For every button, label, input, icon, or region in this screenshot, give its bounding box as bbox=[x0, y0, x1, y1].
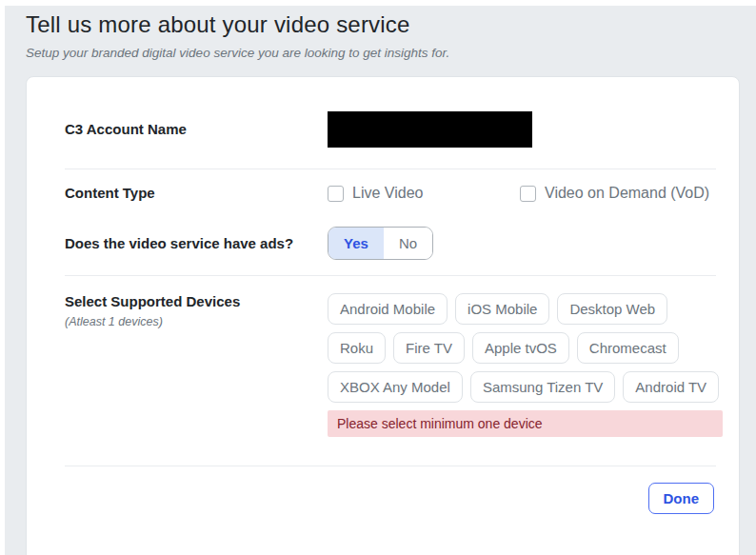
checkbox-live-video[interactable]: Live Video bbox=[328, 185, 520, 202]
checkbox-vod-label: Video on Demand (VoD) bbox=[545, 185, 709, 202]
content-type-label: Content Type bbox=[65, 185, 155, 201]
ads-row: Does the video service have ads? Yes No bbox=[65, 227, 716, 260]
card-footer: Done bbox=[65, 466, 716, 514]
device-button-android-mobile[interactable]: Android Mobile bbox=[328, 293, 448, 325]
ads-toggle-group: Yes No bbox=[328, 227, 433, 260]
ads-yes-button[interactable]: Yes bbox=[328, 228, 384, 259]
devices-row: Select Supported Devices (Atleast 1 devi… bbox=[65, 293, 716, 437]
devices-hint: (Atleast 1 devices) bbox=[65, 315, 328, 328]
device-row-2: Roku Fire TV Apple tvOS Chromecast bbox=[328, 332, 723, 364]
checkbox-icon bbox=[520, 186, 536, 202]
device-button-apple-tvos[interactable]: Apple tvOS bbox=[472, 332, 569, 364]
checkbox-live-video-label: Live Video bbox=[352, 185, 423, 202]
divider bbox=[65, 275, 716, 276]
video-service-form-card: C3 Account Name Content Type Live Video … bbox=[26, 76, 740, 555]
content-type-row: Content Type Live Video Video on Demand … bbox=[65, 185, 716, 202]
device-button-samsung-tizen-tv[interactable]: Samsung Tizen TV bbox=[470, 371, 615, 403]
device-button-desktop-web[interactable]: Desktop Web bbox=[557, 293, 667, 325]
device-button-roku[interactable]: Roku bbox=[328, 332, 386, 364]
account-name-label: C3 Account Name bbox=[65, 121, 187, 137]
devices-error-message: Please select minimum one device bbox=[328, 410, 723, 437]
page-title: Tell us more about your video service bbox=[26, 11, 740, 38]
device-button-android-tv[interactable]: Android TV bbox=[623, 371, 719, 403]
page-background: Tell us more about your video service Se… bbox=[5, 6, 756, 555]
device-row-1: Android Mobile iOS Mobile Desktop Web bbox=[328, 293, 723, 325]
devices-field: Android Mobile iOS Mobile Desktop Web Ro… bbox=[328, 293, 723, 437]
device-row-3: XBOX Any Model Samsung Tizen TV Android … bbox=[328, 371, 723, 403]
device-button-chromecast[interactable]: Chromecast bbox=[577, 332, 679, 364]
done-button[interactable]: Done bbox=[648, 483, 715, 514]
ads-question-label: Does the video service have ads? bbox=[65, 235, 293, 251]
page-subtitle: Setup your branded digital video service… bbox=[26, 46, 740, 60]
ads-no-button[interactable]: No bbox=[384, 228, 432, 259]
account-name-value-redacted[interactable] bbox=[328, 111, 532, 148]
device-button-fire-tv[interactable]: Fire TV bbox=[393, 332, 465, 364]
device-button-xbox-any-model[interactable]: XBOX Any Model bbox=[328, 371, 463, 403]
checkbox-vod[interactable]: Video on Demand (VoD) bbox=[520, 185, 709, 202]
device-button-ios-mobile[interactable]: iOS Mobile bbox=[455, 293, 549, 325]
devices-label: Select Supported Devices bbox=[65, 293, 328, 309]
divider bbox=[65, 168, 716, 169]
checkbox-icon bbox=[328, 186, 344, 202]
account-name-row: C3 Account Name bbox=[65, 111, 716, 148]
